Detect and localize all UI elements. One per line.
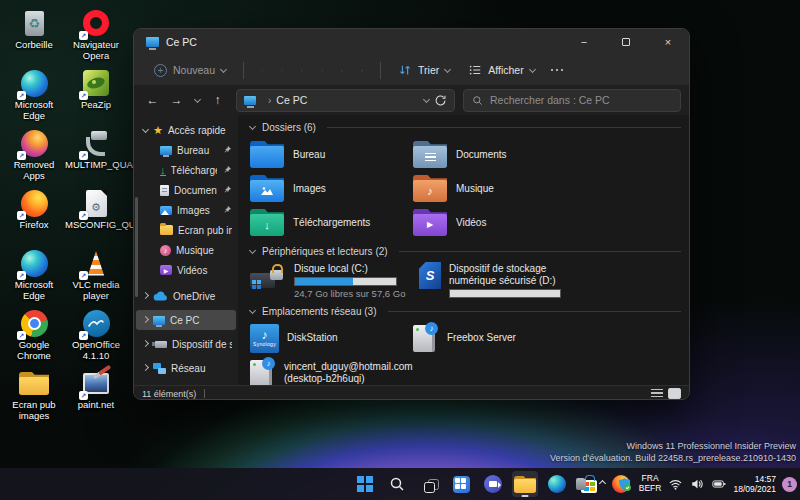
chevron-down-icon	[249, 246, 256, 253]
taskbar-search-button[interactable]	[384, 471, 410, 497]
address-bar[interactable]: › Ce PC	[236, 89, 455, 112]
up-button[interactable]: ↑	[207, 90, 228, 111]
sidebar-item-bureau[interactable]: Bureau	[136, 140, 236, 160]
tray-overflow-chevron[interactable]	[595, 476, 611, 492]
sidebar-item-ce-pc[interactable]: Ce PC	[136, 310, 236, 330]
desktop-icon-edge-1[interactable]: ↗ Microsoft Edge	[4, 64, 64, 124]
yellow-folder-icon	[19, 372, 49, 395]
large-icons-view-button[interactable]	[668, 388, 681, 399]
paste-button[interactable]	[293, 61, 311, 79]
address-dropdown-chevron[interactable]	[423, 95, 430, 102]
cut-button[interactable]	[253, 61, 271, 79]
network-item-diskstation[interactable]: ♪ Synology DiskStation	[250, 321, 413, 355]
folder-tile-documents[interactable]: Documents	[413, 137, 576, 171]
sort-button[interactable]: Trier	[390, 59, 458, 81]
sidebar-item-musique[interactable]: ♪ Musique	[136, 240, 236, 260]
rename-button[interactable]	[313, 61, 331, 79]
desktop-icon-openoffice[interactable]: ↗ OpenOffice 4.1.10	[64, 304, 128, 364]
music-folder-icon: ♪	[413, 175, 447, 202]
desktop-icon-vlc[interactable]: ↗ VLC media player	[64, 244, 128, 304]
shortcut-arrow-icon: ↗	[17, 271, 26, 280]
onedrive-cloud-icon	[153, 291, 168, 301]
drive-c-tile[interactable]: Disque local (C:) 24,7 Go libres sur 57,…	[250, 262, 413, 299]
taskbar: FRA BEFR 14:57 18/09/2021 1	[0, 468, 800, 500]
desktop-icon-ecran-pub-images[interactable]: Ecran pub images	[4, 364, 64, 424]
task-view-button[interactable]	[416, 471, 442, 497]
sidebar-item-telechargements[interactable]: ↓ Téléchargements	[136, 160, 236, 180]
edge-icon	[548, 475, 566, 493]
title-bar[interactable]: Ce PC − ×	[134, 29, 689, 55]
sidebar-item-videos[interactable]: ▶ Vidéos	[136, 260, 236, 280]
new-button[interactable]: + Nouveau	[146, 60, 234, 81]
section-divider	[388, 311, 682, 312]
shortcut-arrow-icon: ↗	[79, 31, 88, 40]
sidebar-item-ecran-pub-images[interactable]: Ecran pub images	[136, 220, 236, 240]
details-view-button[interactable]	[651, 389, 663, 398]
sidebar-item-acces-rapide[interactable]: ★ Accès rapide	[136, 120, 236, 140]
refresh-icon[interactable]	[434, 94, 447, 107]
folder-tile-videos[interactable]: ▶ Vidéos	[413, 205, 576, 239]
chevron-down-icon	[142, 125, 149, 132]
sidebar-item-reseau[interactable]: Réseau	[136, 358, 236, 378]
back-button[interactable]: ←	[142, 90, 163, 111]
search-input[interactable]: Rechercher dans : Ce PC	[463, 89, 681, 112]
desktop-icon-peazip[interactable]: ↗ PeaZip	[64, 64, 128, 124]
file-explorer-taskbar-button[interactable]	[512, 471, 538, 497]
share-button[interactable]	[333, 61, 351, 79]
nav-scrollbar[interactable]	[135, 197, 138, 297]
windows-security-shield-icon[interactable]	[617, 476, 633, 492]
network-item-freebox[interactable]: Freebox Server	[413, 321, 576, 355]
desktop-icon-chrome[interactable]: ↗ Google Chrome	[4, 304, 64, 364]
sidebar-item-onedrive[interactable]: OneDrive	[136, 286, 236, 306]
battery-icon[interactable]	[711, 476, 727, 492]
chat-button[interactable]	[480, 471, 506, 497]
sidebar-item-dispositif-stockage[interactable]: Dispositif de stockage	[136, 334, 236, 354]
folder-tile-bureau[interactable]: Bureau	[250, 137, 413, 171]
desktop-icon-opera[interactable]: ↗ Navigateur Opera	[64, 4, 128, 64]
language-indicator[interactable]: FRA BEFR	[639, 474, 662, 494]
network-item-vincent[interactable]: vincent_duguy@hotmail.com (desktop-b2h6u…	[250, 355, 413, 385]
more-options-icon[interactable]	[545, 69, 570, 72]
maximize-button[interactable]	[605, 29, 647, 55]
recent-locations-chevron[interactable]	[190, 90, 204, 111]
breadcrumb-path[interactable]: Ce PC	[276, 94, 307, 106]
copy-button[interactable]	[273, 61, 291, 79]
section-peripheriques-header[interactable]: Périphériques et lecteurs (2)	[250, 243, 683, 259]
forward-button[interactable]: →	[166, 90, 187, 111]
images-folder-icon	[250, 175, 284, 202]
clock[interactable]: 14:57 18/09/2021	[733, 474, 776, 494]
sidebar-item-documents[interactable]: Documents	[136, 180, 236, 200]
close-button[interactable]: ×	[647, 29, 689, 55]
tray-app-icon[interactable]	[573, 476, 589, 492]
bureau-folder-icon	[250, 141, 284, 168]
images-mini-icon	[160, 206, 172, 215]
desktop-icon-firefox[interactable]: ↗ Firefox	[4, 184, 64, 244]
edge-taskbar-button[interactable]	[544, 471, 570, 497]
start-button[interactable]	[352, 471, 378, 497]
delete-button[interactable]	[353, 61, 371, 79]
minimize-button[interactable]: −	[563, 29, 605, 55]
folder-tile-images[interactable]: Images	[250, 171, 413, 205]
drive-d-tile[interactable]: S Dispositif de stockage numérique sécur…	[413, 262, 653, 299]
desktop-icon-removed-apps[interactable]: ↗ Removed Apps	[4, 124, 64, 184]
divider	[204, 389, 205, 398]
notification-badge[interactable]: 1	[782, 477, 797, 492]
folder-tile-telechargements[interactable]: ↓ Téléchargements	[250, 205, 413, 239]
desktop-icon-msconfig[interactable]: ⚙↗ MSCONFIG_QU...	[64, 184, 128, 244]
desktop-icon-edge-2[interactable]: ↗ Microsoft Edge	[4, 244, 64, 304]
sidebar-item-images[interactable]: Images	[136, 200, 236, 220]
desktop-icon-paintnet[interactable]: ↗ paint.net	[64, 364, 128, 424]
breadcrumb-separator: ›	[268, 95, 271, 106]
view-button[interactable]: Afficher	[460, 59, 542, 81]
folder-tile-musique[interactable]: ♪ Musique	[413, 171, 576, 205]
section-reseau-header[interactable]: Emplacements réseau (3)	[250, 303, 683, 319]
desktop-icon-multimp[interactable]: ↗ MULTIMP_QUA...	[64, 124, 128, 184]
shortcut-arrow-icon: ↗	[17, 331, 26, 340]
section-dossiers-header[interactable]: Dossiers (6)	[250, 119, 683, 135]
desktop-icon-corbeille[interactable]: ♻ Corbeille	[4, 4, 64, 64]
volume-icon[interactable]	[689, 476, 705, 492]
widgets-button[interactable]	[448, 471, 474, 497]
navigation-pane: ★ Accès rapide Bureau ↓ Téléchargements …	[134, 115, 238, 385]
chevron-down-icon	[444, 65, 451, 72]
wifi-icon[interactable]	[667, 476, 683, 492]
